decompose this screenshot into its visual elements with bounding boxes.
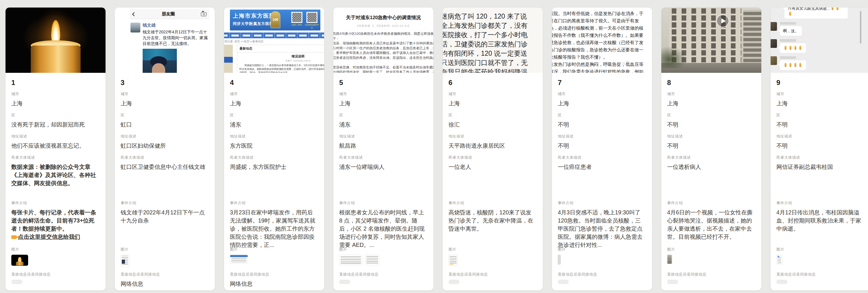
chat-bubble: 只有其女儿眼见其病逝... <box>784 7 848 19</box>
record-card-5[interactable]: 关于对浦东120急救中心的调查情况 【信息来源: 】【信息时间: 2022-03… <box>333 7 434 291</box>
field-label: 直接信息还是间接信息 <box>558 272 646 277</box>
field-city: 城市 上海 <box>339 91 428 113</box>
field-label: 死者大体描述 <box>339 155 428 160</box>
cover-video-still-building <box>661 7 761 73</box>
pointing-hand-emoji-icon <box>11 235 17 239</box>
play-icon <box>716 14 729 27</box>
submit-info-link[interactable]: 点击这里提交信息给我们 <box>11 234 80 240</box>
card-body: 5 城市 上海 区 浦东 地址描述 航昌路 死者大体描述 浦东一位哮喘病人 事件… <box>333 73 433 290</box>
wechat-screenshot-thumbnail[interactable] <box>121 255 129 267</box>
breadcrumb: 当前位置: 首页 >>首页>>最新动态 <box>224 40 264 43</box>
field-value: 上海 <box>776 99 865 107</box>
field-images: 图片 <box>230 247 318 272</box>
field-direct-or-indirect: 直接信息还是间接信息 网络信息 <box>121 272 209 290</box>
card-body: 6 城市 上海 区 徐汇 地址描述 天平路街道永康居民区 死者大体描述 一位老人… <box>443 73 543 290</box>
qr-code <box>306 12 317 23</box>
building-photo-thumbnail[interactable] <box>667 255 672 264</box>
image-thumbnails <box>121 255 209 267</box>
report-line: 如下： <box>333 36 433 41</box>
moments-navbar: 朋友圈 <box>130 9 209 19</box>
field-address: 地址描述 天平路街道永康居民区 <box>448 134 537 155</box>
field-label: 图片 <box>558 247 646 252</box>
field-value: 航昌路 <box>339 142 428 150</box>
weibo-line: 医院。当时有些低烧，但是发热门诊在消杀，于 <box>552 10 652 17</box>
field-value: 不明 <box>776 142 865 150</box>
field-label: 直接信息还是间接信息 <box>121 272 209 277</box>
report-line: 离世深表悲痛，对急救医生由于经验不足、处置不当未能及时出借车载除颤仪 <box>333 65 433 70</box>
hospital-subname: 同济大学附属东方医院 <box>233 21 273 26</box>
record-card-9[interactable]: 只有其女儿眼见其病逝... 啊，这。 <box>770 7 868 291</box>
field-label: 城市 <box>230 91 318 97</box>
moments-screen: 朋友圈 钱文雄 钱文雄于2022年4月12日下午一点十九分去世。疫情期间一切从简… <box>130 9 209 73</box>
field-district: 区 不明 <box>558 113 646 134</box>
field-label: 城市 <box>448 91 537 97</box>
record-card-1[interactable]: 1 城市 上海 区 没有死于新冠，却因新冠而死 地址描述 他们不应该被漠视甚至忘… <box>5 7 106 291</box>
candle-image-thumbnail[interactable] <box>11 255 28 266</box>
card-body: 8 城市 上海 区 不明 地址描述 不明 死者大体描述 一位透析病人 事件介绍 … <box>661 73 761 290</box>
field-label: 区 <box>121 113 209 118</box>
hospital-news-panel: 最新动态 情况说明 发表于: 2022/3/25 2:46:41 周盛妮为我院护… <box>237 45 324 73</box>
scrollbar <box>860 11 861 43</box>
field-images: 图片 <box>558 247 646 272</box>
field-direct-or-indirect: 直接信息还是间接信息 <box>667 272 755 290</box>
folded-hands-emoji-icon <box>788 63 793 67</box>
field-label: 区 <box>558 113 646 118</box>
field-value: 一位癌症患者 <box>558 163 646 171</box>
field-value: 4月3日突感不适，晚上19:30叫了120急救。当时面临全员核酸，三甲医院门急诊… <box>558 208 646 248</box>
record-card-8[interactable]: 8 城市 上海 区 不明 地址描述 不明 死者大体描述 一位透析病人 事件介绍 … <box>661 7 762 291</box>
field-label: 区 <box>11 113 100 118</box>
record-card-6[interactable]: 迷病危了叫 120，120 来了说 全上海发热门诊都关了，没有 医院接收，打了一… <box>442 7 543 291</box>
notice-paragraph: 周盛妮为我院护士，一直在院内从事非疫情相关工作。3月23日在家中哮喘发作，用药后… <box>240 63 324 73</box>
card-body: 3 城市 上海 区 虹口 地址描述 虹口区妇幼保健所 死者大体描述 虹口区卫健委… <box>115 73 215 290</box>
report-line: 执行对同一小区另一住户的急症患者急救的任务，且急症患者已上车，急救车 <box>333 46 433 51</box>
field-deceased: 死者大体描述 一位老人 <box>448 155 537 201</box>
field-value: 一位透析病人 <box>667 163 755 171</box>
field-deceased: 死者大体描述 周盛妮，东方医院护士 <box>230 155 318 201</box>
hospital-banner: 上海市东方医院 同济大学附属东方医院 100 微信二维码 患者移动服务平台 <box>230 9 320 30</box>
field-label: 图片 <box>339 247 428 252</box>
webpage-screenshot-thumbnail[interactable] <box>230 255 248 263</box>
card-number: 7 <box>558 79 646 87</box>
empty-value-pill <box>667 280 678 284</box>
chat-message-text: 啊，这。 <box>783 29 799 33</box>
field-label: 地址描述 <box>230 134 318 139</box>
empty-value-pill <box>448 280 460 284</box>
folded-hands-emoji-icon <box>794 46 798 50</box>
moments-post: 钱文雄 钱文雄于2022年4月12日下午一点十九分去世。疫情期间一切从简。家属目… <box>130 19 209 73</box>
field-district: 区 没有死于新冠，却因新冠而死 <box>11 113 100 134</box>
record-card-7[interactable]: 微博 微博 医院。当时有些低烧，但是发热门诊在消杀，于 是在门口的黑夜里等待了很… <box>552 7 652 291</box>
cover-group-chat-screenshot: 只有其女儿眼见其病逝... 啊，这。 <box>771 7 868 73</box>
field-value: 4月6日的一个视频，一位女性在撕心裂肺地哭泣。据视频描述，她的亲人要做透析，出不… <box>667 208 755 241</box>
message-line: 只送到医院门口就不管了，无 <box>443 58 543 67</box>
field-address: 地址描述 航昌路 <box>339 134 428 155</box>
weibo-line: 热，必须进行核酸检测，前一天在小区里做的核 <box>552 24 652 32</box>
field-label: 死者大体描述 <box>11 155 100 160</box>
field-district: 区 浦东 <box>230 113 318 134</box>
text-screenshot-thumbnail[interactable] <box>448 255 458 266</box>
narrow-image-thumbnail[interactable] <box>558 255 561 265</box>
field-address: 地址描述 不明 <box>667 134 755 155</box>
building-wing <box>743 10 761 64</box>
folded-hands-emoji-icon <box>784 46 788 50</box>
field-deceased: 死者大体描述 网信证券副总裁韦桂国 <box>776 155 865 201</box>
field-value: 浦东 <box>339 120 428 128</box>
field-address: 地址描述 他们不应该被漠视甚至忘记。 <box>11 134 100 155</box>
cover-hospital-website-screenshot: 上海市东方医院 同济大学附属东方医院 100 微信二维码 患者移动服务平台 当前… <box>224 7 324 73</box>
field-label: 图片 <box>230 247 318 252</box>
field-label: 死者大体描述 <box>448 155 537 160</box>
tree-foliage <box>661 46 687 68</box>
document-thumbnail[interactable] <box>339 255 362 265</box>
document-thumbnail[interactable] <box>776 255 782 265</box>
cover-candle-photo <box>5 7 105 73</box>
hospital-name: 上海市东方医院 <box>233 12 275 20</box>
record-card-4[interactable]: 上海市东方医院 同济大学附属东方医院 100 微信二维码 患者移动服务平台 当前… <box>224 7 324 291</box>
weibo-line: 情况，我们急需去急诊进行针对性的急救，例如 <box>552 68 652 73</box>
cover-investigation-report-screenshot: 关于对浦东120急救中心的调查情况 【信息来源: 】【信息时间: 2022-03… <box>333 7 433 73</box>
cover-message-screenshot: 迷病危了叫 120，120 来了说 全上海发热门诊都关了，没有 医院接收，打了一… <box>443 7 543 73</box>
weibo-line: 进急诊抢救，也必须再做一次核酸（已经有了发 <box>552 39 652 46</box>
report-line: 急症患者送往医院的考虑，没有同意出借。应该指出，这名医生当时虽然有紧 <box>333 55 433 60</box>
document-thumbnail[interactable] <box>365 255 379 265</box>
record-card-3[interactable]: 朋友圈 钱文雄 钱文雄于2022年4月12日下午一点十九分去世。疫情期间一切从简… <box>115 7 215 291</box>
report-meta: 【信息来源: 】【信息时间: 2022-03-31】 <box>333 24 433 28</box>
field-event: 事件介绍 钱文雄于2022年4月12日下午一点十九分自杀 <box>121 201 209 247</box>
